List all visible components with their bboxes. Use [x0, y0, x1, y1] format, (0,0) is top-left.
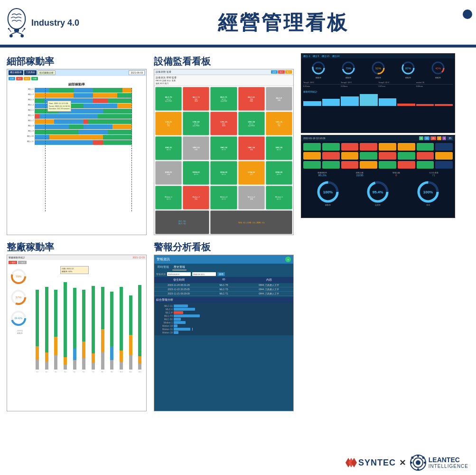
leantec-name: LEANTEC — [429, 456, 468, 464]
dark-chart-bars — [303, 94, 453, 106]
xibulv-gantt-row11: 機台-11 — [21, 140, 132, 145]
page-title: 經營管理看板 — [100, 10, 467, 36]
equip-cell-3-4: VMC-04 警報 — [238, 136, 265, 160]
alarm-date-input1[interactable]: 2019-04-02 8 — [167, 272, 191, 276]
zhengchang-thumbnail[interactable]: 整廠稼動率統計 2021-12-15 一體式 一板式 79% — [7, 255, 147, 411]
zheng-bar-g9 — [107, 276, 116, 370]
dark-dashboard-top[interactable]: 機台-1 機台5 機台13 機台14 85% 稼動率 — [301, 53, 455, 133]
ring-gauge-3: 100% OEE — [416, 180, 440, 206]
xibulv-gantt-row10: 機台-10 — [21, 135, 132, 140]
stat-value3: 6 — [395, 174, 397, 177]
bar — [103, 135, 132, 140]
logo-area: Industry 4.0 — [5, 4, 100, 42]
svg-text:73%: 73% — [345, 67, 351, 70]
bar — [88, 119, 132, 124]
alarm-tab-realtime[interactable]: 即時警報 — [156, 265, 170, 270]
zheng-bar — [101, 352, 104, 370]
alarm-bar-label-9: Motion 18 — [156, 331, 173, 334]
syntec-logo: SYNTEC — [345, 458, 396, 468]
equip-cell-1-3: MLC-T1 加工中程式:P002 — [210, 87, 237, 111]
color-cell — [435, 152, 453, 160]
bar — [84, 119, 88, 124]
alarm-tab-history[interactable]: 歷史警報 — [172, 265, 187, 270]
bar — [35, 88, 49, 93]
zheng-x-axis: 1月 2月 3月 4月 5月 6月 7月 8月 9月 10月 11月 12月 — [32, 370, 145, 373]
equip-cell-5-5: Motion-5 加工中 — [266, 186, 292, 209]
alarm-bar-fill-6 — [174, 321, 186, 324]
zheng-bar — [120, 362, 123, 370]
equip-info: 警報0844 — [250, 98, 253, 102]
equip-cell-3-2: VMC-02 待機 — [183, 136, 209, 160]
alarm-bar-label-5: MLC-S1 — [156, 318, 173, 321]
dark-bar — [322, 99, 340, 106]
alarm-bar-fill-4 — [174, 314, 200, 317]
jingbao-thumbnail[interactable]: 警報資訊 ● 即時警報 歷史警報 警報來源 2019-04-02 8 2042-… — [154, 255, 294, 411]
bar — [93, 93, 117, 98]
bar — [98, 114, 132, 119]
stat-value4: 71 — [432, 174, 435, 177]
equip-info: 加工中 — [222, 198, 226, 200]
equip-cell-2-5: CNC-05 換刀T08 — [266, 112, 292, 135]
alarm-bar-label-8: Motion 11 — [156, 328, 173, 331]
svg-text:69.42%: 69.42% — [15, 317, 23, 320]
svg-text:100%: 100% — [423, 190, 433, 194]
xibulv-date: 2021-06-03 — [129, 70, 145, 75]
xibulv-toolbar: 機台稼動率 刀具壽命 程式稼動分析 2021-06-03 — [7, 69, 146, 76]
dark-color-grid — [301, 141, 455, 171]
zheng-bar-g6 — [79, 276, 88, 370]
alarm-search-button[interactable]: 搜尋 — [217, 272, 225, 276]
xibulv-row-label8: 機台-8 — [21, 124, 35, 129]
svg-rect-1 — [14, 29, 19, 32]
xibulv-chart-area: 機台-1 機台-2 — [7, 88, 146, 145]
dark-gauge-3: 52% 稼動率 — [371, 60, 386, 79]
svg-rect-50 — [410, 462, 412, 464]
svg-text:85%: 85% — [315, 67, 321, 70]
dark-stats-row: 整廠稼動率85.2% 稼動台數22/35 警報台數6 今日出產量71 — [301, 171, 455, 178]
equip-cell-4-4: EDM-04 換刀 — [238, 161, 265, 185]
zheng-date: 2021-12-15 — [132, 256, 145, 259]
bar — [103, 140, 132, 145]
xibulv-row-label9: 機台-9 — [21, 130, 35, 134]
xibulv-filter4: 待機 — [31, 77, 38, 80]
svg-text:95.4%: 95.4% — [373, 190, 383, 194]
dark-td: 0.05mm — [303, 85, 340, 87]
xibulv-thumbnail[interactable]: 機台稼動率 刀具壽命 程式稼動分析 2021-06-03 全部 加工 換刀 待機… — [7, 69, 147, 235]
color-cell — [360, 143, 377, 151]
zheng-bar — [129, 355, 132, 370]
color-cell — [417, 143, 434, 151]
x-label: 6月 — [79, 371, 88, 373]
dark-td: Temp2: 32°C — [341, 81, 377, 84]
alarm-bar-2: MLC-1 — [156, 308, 291, 311]
shebei-hbtn3: 換刀 — [285, 70, 292, 74]
ring-gauge-2: 95.4% 品質率 — [366, 180, 390, 206]
equip-info: 加工中 — [222, 149, 226, 151]
equip-info: 待機 — [167, 173, 170, 175]
xibulv-row-bars9 — [35, 130, 132, 134]
alarm-th-id: ID — [201, 278, 246, 282]
xibulv-chart-title: 細部稼動率 — [7, 82, 146, 87]
gauge-label-1: 稼動率 — [316, 76, 321, 79]
shebei-header-btns: 全部 加工 換刀 — [271, 70, 292, 74]
shebei-thumbnail[interactable]: 設備 狀態 監看 全部 加工 換刀 設備 狀況 即時 監看 BM-3G 設備 1… — [154, 69, 294, 235]
alarm-td-time3: 2023-11-21 09:29:09 — [156, 292, 201, 295]
section-title-jingbao: 警報分析看板 — [154, 239, 295, 255]
alarm-title: 警報資訊 — [157, 257, 170, 262]
alarm-td-id2: MLC-T3 — [201, 288, 246, 291]
dark-stat1: 整廠稼動率85.2% — [317, 171, 327, 177]
brain-icon — [5, 4, 28, 42]
dark-dashboard-bottom[interactable]: 2022-01-19 12:10:26 9 11 26 4 6 35 — [301, 135, 455, 218]
gauge-label-4: 稼動率 — [405, 76, 411, 79]
alarm-header: 警報資訊 ● — [154, 255, 293, 264]
color-cell — [379, 161, 396, 169]
color-cell — [379, 143, 396, 151]
zheng-tooltip: 日期: 2021-12 稼動率: 82% — [60, 266, 89, 274]
alarm-date-input2[interactable]: 2042-02-12 1 — [192, 272, 216, 276]
bar — [103, 109, 132, 114]
svg-text:79%: 79% — [16, 275, 22, 278]
zheng-bar — [110, 360, 113, 370]
xibulv-marker1 — [45, 88, 46, 211]
zheng-bar-g8 — [98, 276, 107, 370]
svg-text:52%: 52% — [375, 67, 381, 70]
equip-info: 加工中 — [167, 198, 171, 200]
alarm-table-header: 發生時間 ID 內容 — [154, 277, 293, 283]
